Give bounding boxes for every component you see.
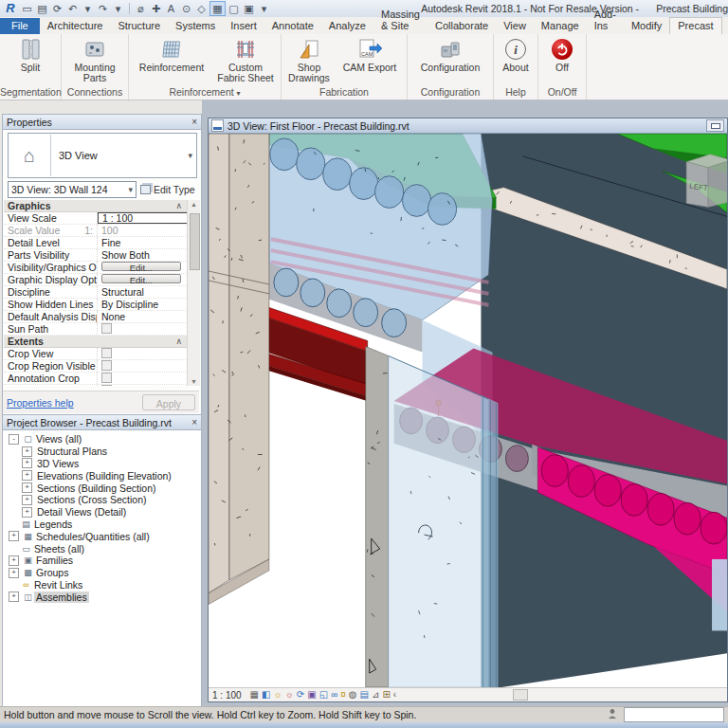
reveal-constraints-icon[interactable]: ⊞ [382,689,390,701]
row-discipline[interactable]: DisciplineStructural [4,286,188,299]
split-button[interactable]: Split [3,36,58,73]
temporary-view-properties-icon[interactable]: ▤ [360,689,369,701]
tree-families[interactable]: +▣Families [3,555,201,567]
row-show-hidden-lines[interactable]: Show Hidden LinesBy Discipline [4,299,188,311]
properties-help-link[interactable]: Properties help [7,397,74,409]
annotation-crop-checkbox[interactable] [101,373,112,383]
view-window-titlebar[interactable]: 3D View: First Floor - Precast Building.… [209,118,727,134]
project-browser-close-icon[interactable]: × [191,417,197,428]
row-annotation-crop[interactable]: Annotation Crop [4,373,188,385]
tab-architecture[interactable]: Architecture [40,18,111,34]
crop-region-visible-checkbox[interactable] [101,360,112,371]
expand-box-icon[interactable]: + [22,482,32,493]
status-filter-input[interactable] [624,707,724,722]
detail-level-icon[interactable]: ▦ [250,689,259,701]
off-button[interactable]: Off [541,36,583,73]
revit-logo-icon[interactable]: R [2,1,19,16]
reveal-hidden-elements-icon[interactable]: ¤ [340,689,346,701]
expand-box-icon[interactable]: + [22,495,32,505]
custom-fabric-sheet-button[interactable]: Custom Fabric Sheet [213,36,278,83]
expand-box-icon[interactable]: + [9,555,19,566]
open-icon[interactable]: ▭ [20,1,34,16]
tree-sections-building[interactable]: +Sections (Building Section) [3,482,201,494]
default-3d-view-icon[interactable]: ⊙ [179,1,193,16]
worksharing-display-icon[interactable]: ◍ [349,689,357,701]
type-selector-arrow-icon[interactable]: ▾ [188,151,192,160]
hide-analytical-model-icon[interactable]: ⊿ [372,689,379,701]
far-clip-active-checkbox[interactable] [101,385,112,387]
tree-elevations[interactable]: +Elevations (Building Elevation) [3,469,201,482]
qat-customize-icon[interactable]: ▾ [257,1,271,16]
text-icon[interactable]: A [164,1,178,16]
sun-path-icon[interactable]: ☼ [274,689,282,701]
row-sun-path[interactable]: Sun Path [4,323,188,336]
configuration-button[interactable]: Configuration [410,36,490,73]
tab-systems[interactable]: Systems [168,18,223,34]
measure-icon[interactable]: ⌀ [134,1,148,16]
row-visibility-graphics[interactable]: Visibility/Graphics O...Edit... [4,262,188,274]
tree-sections-cross[interactable]: +Sections (Cross Section) [3,494,201,506]
row-crop-view[interactable]: Crop View [4,348,188,360]
show-crop-region-icon[interactable]: ▣ [307,689,316,701]
expand-box-icon[interactable]: + [22,507,32,518]
tab-file[interactable]: File [0,18,40,34]
row-parts-visibility[interactable]: Parts VisibilityShow Both [4,249,188,262]
tree-assemblies[interactable]: +◫Assemblies [3,591,201,603]
panel-label-reinforcement[interactable]: Reinforcement ▾ [129,86,281,100]
tab-add-ins[interactable]: Add-Ins [587,7,624,34]
scrollbar-thumb[interactable] [190,213,200,270]
lock-3d-view-icon[interactable]: ◱ [319,689,328,701]
visual-style-icon[interactable]: ◧ [262,689,270,701]
tab-precast[interactable]: Precast [669,17,721,34]
crop-view-icon[interactable]: ⟳ [297,689,304,701]
tab-view[interactable]: View [496,18,534,34]
collapse-box-icon[interactable]: - [9,434,19,445]
visibility-graphics-edit-button[interactable]: Edit... [101,262,181,271]
tree-legends[interactable]: ▤Legends [3,519,201,531]
scroll-up-icon[interactable]: ▲ [188,201,200,208]
section-graphics[interactable]: Graphics∧ [4,200,188,212]
row-crop-region-visible[interactable]: Crop Region Visible [4,360,188,373]
panel-label-fabrication[interactable]: Fabrication [282,86,407,100]
model-canvas[interactable]: LEFT [209,134,727,687]
row-graphic-display-options[interactable]: Graphic Display Opti...Edit... [4,274,188,286]
view-scale-control[interactable]: 1 : 100 [212,690,242,701]
properties-scrollbar[interactable]: ▲ ▼ [187,200,200,386]
section-icon[interactable]: ◇ [194,1,209,16]
section-extents[interactable]: Extents∧ [4,336,188,348]
type-selector[interactable]: ⌂ 3D View ▾ [8,133,197,178]
about-button[interactable]: i About [497,36,535,73]
tab-collaborate[interactable]: Collaborate [428,18,496,34]
viewcube[interactable]: LEFT [686,155,727,208]
tab-annotate[interactable]: Annotate [264,18,321,34]
tree-groups[interactable]: +▩Groups [3,567,201,579]
shadows-icon[interactable]: ☼ [285,689,294,701]
tree-schedules[interactable]: +▦Schedules/Quantities (all) [3,530,201,542]
project-browser-header[interactable]: Project Browser - Precast Building.rvt × [3,415,201,430]
tree-structural-plans[interactable]: +Structural Plans [3,446,201,458]
expand-box-icon[interactable]: + [9,531,19,541]
horizontal-scrollbar-thumb[interactable] [513,689,528,701]
tab-modify[interactable]: Modify [624,18,669,34]
switch-windows-icon[interactable]: ▣ [242,1,256,16]
tab-massing-site[interactable]: Massing & Site [373,7,428,34]
row-default-analysis-display[interactable]: Default Analysis Disp...None [4,311,188,323]
row-view-scale[interactable]: View Scale1 : 100 [4,212,188,225]
panel-label-onoff[interactable]: On/Off [538,86,586,100]
redo-dropdown-icon[interactable]: ▾ [111,1,125,16]
instance-combo[interactable]: 3D View: 3D Wall 124 ▾ [8,181,136,198]
panel-label-segmentation[interactable]: Segmentation [0,86,61,100]
edit-type-button[interactable]: Edit Type [140,184,195,195]
aligned-dimension-icon[interactable]: ✚ [149,1,163,16]
tree-revit-links[interactable]: ∞Revit Links [3,579,201,592]
shop-drawings-button[interactable]: Shop Drawings [284,36,334,83]
redo-icon[interactable]: ↷ [96,1,110,16]
panel-label-connections[interactable]: Connections [62,86,128,100]
tree-sheets[interactable]: ▭Sheets (all) [3,542,201,555]
tree-views-all[interactable]: -▢Views (all) [3,433,201,446]
expand-box-icon[interactable]: + [9,568,19,578]
tab-manage[interactable]: Manage [534,18,587,34]
crop-view-checkbox[interactable] [101,348,112,358]
tab-insert[interactable]: Insert [223,18,264,34]
thin-lines-icon[interactable]: ▦ [209,1,226,16]
